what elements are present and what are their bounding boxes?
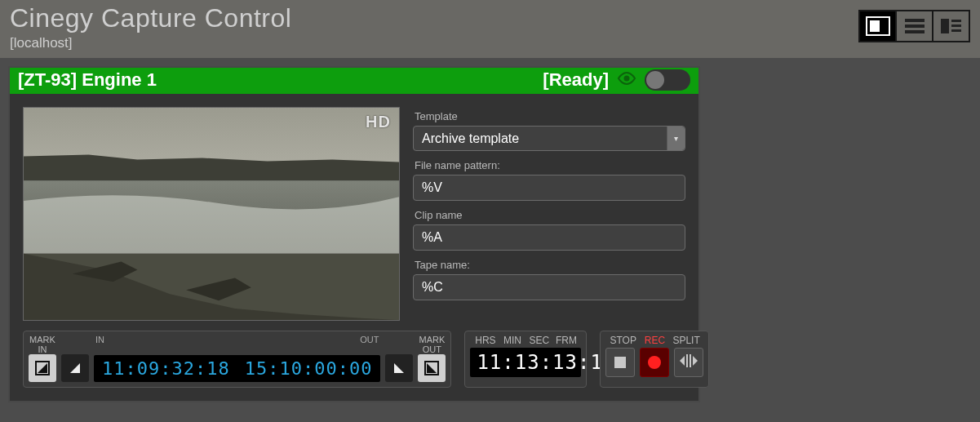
stop-label: STOP <box>607 335 639 346</box>
mark-in-set-icon <box>67 360 83 376</box>
tape-label: Tape name: <box>415 259 685 271</box>
tc-frm-label: FRM <box>552 335 579 346</box>
in-timecode: 11:09:32:18 <box>102 358 230 379</box>
app-title: Cinegy Capture Control <box>10 3 291 33</box>
mark-tc-box: 11:09:32:18 15:10:00:00 <box>94 355 380 382</box>
engine-header-right: [Ready] <box>543 69 690 91</box>
engine-name: [ZT-93] Engine 1 <box>18 69 157 91</box>
detail-view-button[interactable] <box>933 11 969 42</box>
tc-sec-label: SEC <box>525 335 552 346</box>
view-switcher <box>858 10 970 42</box>
pattern-field[interactable] <box>413 175 685 201</box>
mark-in-label: MARK IN <box>29 335 56 354</box>
timecode-panel: HRS MIN SEC FRM 11:13:13:12 <box>464 331 587 388</box>
svg-marker-15 <box>70 363 80 373</box>
mark-in-set-button[interactable] <box>61 354 89 382</box>
mark-out-set-button[interactable] <box>385 354 413 382</box>
eye-icon <box>617 69 636 91</box>
split-label: SPLIT <box>671 335 703 346</box>
header-left: Cinegy Capture Control [localhost] <box>10 3 291 51</box>
record-button[interactable] <box>640 348 669 377</box>
tc-min-label: MIN <box>499 335 525 346</box>
out-label: OUT <box>360 335 379 344</box>
list-view-icon <box>902 16 927 36</box>
svg-rect-2 <box>905 19 925 22</box>
capture-form: Template Archive template ▾ File name pa… <box>413 107 685 321</box>
single-view-icon <box>866 16 890 36</box>
out-timecode: 15:10:00:00 <box>245 358 373 379</box>
tc-hrs-label: HRS <box>472 335 499 346</box>
detail-view-icon <box>939 16 964 36</box>
mark-out-label: MARK OUT <box>418 335 446 354</box>
current-timecode: 11:13:13:12 <box>470 348 581 377</box>
pattern-label: File name pattern: <box>415 159 685 171</box>
clip-label: Clip name <box>415 209 685 221</box>
preview-image <box>24 108 399 320</box>
svg-rect-8 <box>951 29 961 32</box>
engine-header: [ZT-93] Engine 1 [Ready] <box>10 68 698 94</box>
svg-marker-14 <box>38 363 47 373</box>
svg-rect-21 <box>690 354 691 367</box>
list-view-button[interactable] <box>896 11 933 42</box>
preview-toggle-button[interactable] <box>617 70 636 90</box>
mark-panel: MARK IN IN OUT MARK OUT <box>23 331 451 388</box>
split-button[interactable] <box>674 348 703 377</box>
mark-in-clear-button[interactable] <box>29 354 56 382</box>
tape-field[interactable] <box>413 274 685 300</box>
clip-field[interactable] <box>413 224 685 251</box>
svg-rect-3 <box>905 24 925 28</box>
engine-footer: MARK IN IN OUT MARK OUT <box>10 324 698 401</box>
card-area: [ZT-93] Engine 1 [Ready] <box>0 58 980 411</box>
template-label: Template <box>415 110 685 122</box>
transport-panel: STOP REC SPLIT <box>600 331 709 388</box>
svg-rect-20 <box>686 354 688 367</box>
mark-out-set-icon <box>391 360 407 376</box>
stop-icon <box>614 357 626 368</box>
template-select-wrap: Archive template ▾ <box>413 126 685 151</box>
single-view-button[interactable] <box>859 11 896 42</box>
svg-rect-1 <box>870 20 880 32</box>
svg-rect-7 <box>951 24 961 27</box>
in-label: IN <box>95 335 104 344</box>
stop-button[interactable] <box>605 348 635 377</box>
svg-rect-4 <box>905 30 925 33</box>
split-icon <box>680 353 698 372</box>
template-select[interactable]: Archive template <box>413 126 685 151</box>
rec-label: REC <box>639 335 671 346</box>
engine-card: [ZT-93] Engine 1 [Ready] <box>8 66 700 402</box>
mark-out-clear-icon <box>423 360 440 376</box>
record-icon <box>648 356 661 369</box>
engine-body: HD Template Archive template ▾ File name… <box>10 94 698 324</box>
engine-toggle[interactable] <box>645 69 690 91</box>
video-preview: HD <box>23 107 400 321</box>
svg-rect-6 <box>951 20 961 22</box>
hd-badge-icon: HD <box>366 113 391 131</box>
mark-in-clear-icon <box>34 360 51 376</box>
mark-out-clear-button[interactable] <box>418 354 446 382</box>
svg-marker-18 <box>427 363 437 373</box>
app-host: [localhost] <box>10 35 291 51</box>
svg-marker-22 <box>693 356 698 366</box>
toggle-knob <box>646 71 664 89</box>
svg-marker-19 <box>680 356 685 366</box>
svg-marker-16 <box>394 363 404 373</box>
engine-status: [Ready] <box>543 69 609 91</box>
svg-rect-5 <box>941 19 949 33</box>
app-header: Cinegy Capture Control [localhost] <box>0 0 980 58</box>
svg-point-9 <box>624 76 630 82</box>
